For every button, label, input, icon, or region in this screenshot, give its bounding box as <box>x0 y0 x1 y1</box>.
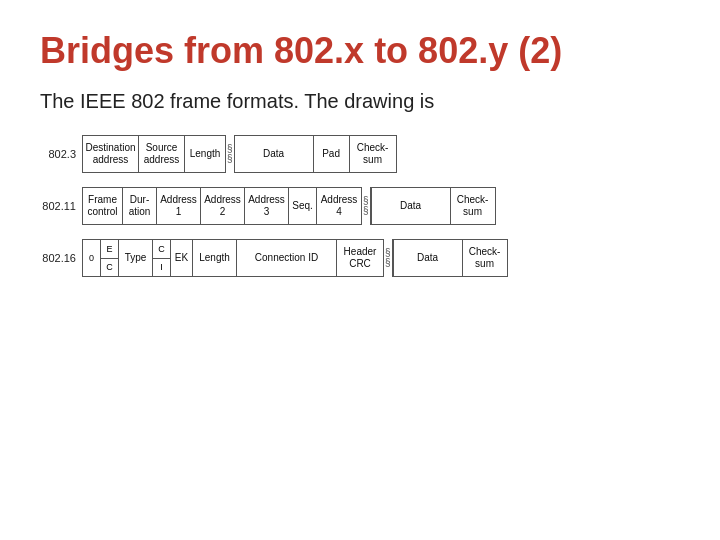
subtitle: The IEEE 802 frame formats. The drawing … <box>40 90 680 113</box>
frame-label-80211: 802.11 <box>40 200 82 212</box>
field-c2: C <box>153 240 170 259</box>
field-ec: E C <box>101 240 119 276</box>
frame-row-80216: 802.16 0 E C Type C I <box>40 239 680 277</box>
field-header-crc: Header CRC <box>337 240 383 276</box>
frame-fields-80216b: Data Check-sum <box>392 239 508 277</box>
field-frame-ctrl: Frame control <box>83 188 123 224</box>
frame-fields-8023: Destination address Source address Lengt… <box>82 135 226 173</box>
frame-row-80211: 802.11 Frame control Dur-ation Address 1… <box>40 187 680 225</box>
frames-container: 802.3 Destination address Source address… <box>40 135 680 277</box>
field-pad: Pad <box>314 136 350 172</box>
field-data-80211: Data <box>371 188 451 224</box>
field-addr1: Address 1 <box>157 188 201 224</box>
frame-fields-8023b: Data Pad Check-sum <box>234 135 397 173</box>
field-i: I <box>153 259 170 277</box>
field-data-80216: Data <box>393 240 463 276</box>
field-checksum-80211: Check-sum <box>451 188 495 224</box>
page-title: Bridges from 802.x to 802.y (2) <box>40 30 680 72</box>
field-addr2: Address 2 <box>201 188 245 224</box>
frame-fields-80211b: Data Check-sum <box>370 187 496 225</box>
frame-fields-outer-80216: 0 E C Type C I EK Lengt <box>82 239 508 277</box>
frame-fields-outer-8023: Destination address Source address Lengt… <box>82 135 397 173</box>
field-addr3: Address 3 <box>245 188 289 224</box>
field-length: Length <box>185 136 225 172</box>
field-src-addr: Source address <box>139 136 185 172</box>
field-addr4: Address 4 <box>317 188 361 224</box>
frame-row-8023: 802.3 Destination address Source address… <box>40 135 680 173</box>
field-0: 0 <box>83 240 101 276</box>
field-duration: Dur-ation <box>123 188 157 224</box>
page: Bridges from 802.x to 802.y (2) The IEEE… <box>0 0 720 307</box>
field-dest-addr: Destination address <box>83 136 139 172</box>
field-length-80216: Length <box>193 240 237 276</box>
field-e: E <box>101 240 118 259</box>
field-checksum-8023: Check-sum <box>350 136 396 172</box>
field-c: C <box>101 259 118 277</box>
field-checksum-80216: Check-sum <box>463 240 507 276</box>
field-seq: Seq. <box>289 188 317 224</box>
frame-label-8023: 802.3 <box>40 148 82 160</box>
frame-fields-80216: 0 E C Type C I EK Lengt <box>82 239 384 277</box>
field-type: Type <box>119 240 153 276</box>
field-ci: C I <box>153 240 171 276</box>
frame-label-80216: 802.16 <box>40 252 82 264</box>
frame-fields-80211: Frame control Dur-ation Address 1 Addres… <box>82 187 362 225</box>
frame-fields-outer-80211: Frame control Dur-ation Address 1 Addres… <box>82 187 496 225</box>
field-data-8023: Data <box>234 136 314 172</box>
field-connection-id: Connection ID <box>237 240 337 276</box>
field-ek: EK <box>171 240 193 276</box>
